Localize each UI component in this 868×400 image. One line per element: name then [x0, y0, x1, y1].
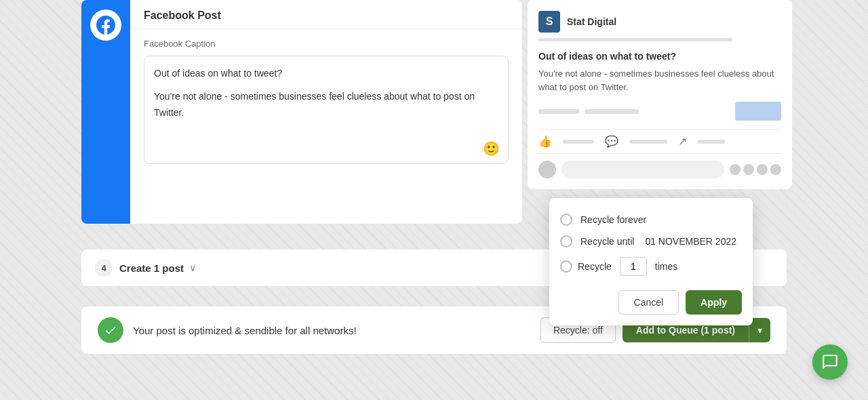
recycle-dropdown: Recycle forever Recycle until 01 NOVEMBE… — [549, 198, 753, 325]
like-bar — [563, 140, 594, 144]
comment-icon-2 — [743, 164, 754, 175]
step4-title: Create 1 post — [119, 262, 184, 274]
main-container: Facebook Post Facebook Caption Out of id… — [0, 0, 868, 400]
comment-icon: 💬 — [605, 135, 618, 148]
preview-logo: S — [538, 11, 560, 33]
recycle-actions: Cancel Apply — [560, 290, 742, 315]
skeleton-line-1 — [538, 109, 579, 114]
step4-chevron[interactable]: ∨ — [189, 262, 196, 273]
share-bar — [698, 140, 725, 144]
check-icon — [104, 323, 117, 337]
chat-button[interactable] — [812, 344, 848, 380]
success-icon-circle — [98, 317, 123, 343]
comment-icon-3 — [757, 164, 768, 175]
success-message: Your post is optimized & sendible for al… — [133, 325, 357, 336]
preview-blue-rect — [735, 102, 781, 121]
recycle-forever-label: Recycle forever — [580, 214, 646, 225]
recycle-times-suffix: times — [655, 261, 677, 272]
recycle-until-date: 01 NOVEMBER 2022 — [645, 236, 736, 247]
caption-line2: You're not alone - sometimes businesses … — [154, 89, 498, 121]
cancel-button[interactable]: Cancel — [618, 290, 679, 315]
facebook-blue-sidebar — [81, 0, 130, 224]
comment-bar — [629, 140, 667, 144]
preview-header: S Stat Digital — [538, 11, 781, 33]
recycle-until-label: Recycle until — [580, 236, 634, 247]
comment-input-placeholder — [561, 161, 724, 178]
preview-brand-bar — [538, 38, 732, 41]
facebook-post-header: Facebook Post — [130, 0, 522, 29]
recycle-times-label: Recycle — [578, 261, 612, 272]
step4-number: 4 — [95, 259, 113, 277]
preview-title: Out of ideas on what to tweet? — [538, 51, 781, 62]
recycle-option-times[interactable]: Recycle times — [560, 252, 742, 281]
radio-times[interactable] — [560, 260, 572, 273]
comment-avatar — [538, 161, 556, 178]
emoji-icon[interactable]: 🙂 — [483, 140, 500, 157]
share-icon: ↗ — [678, 135, 687, 148]
radio-forever[interactable] — [560, 214, 572, 226]
success-left: Your post is optimized & sendible for al… — [98, 317, 357, 343]
comment-icon-4 — [770, 164, 781, 175]
facebook-post-title: Facebook Post — [144, 9, 221, 21]
skeleton-line-2 — [585, 109, 639, 114]
radio-until[interactable] — [560, 235, 572, 247]
preview-brand-name: Stat Digital — [567, 16, 616, 27]
apply-button[interactable]: Apply — [686, 290, 742, 315]
facebook-post-card: Facebook Post Facebook Caption Out of id… — [130, 0, 522, 224]
caption-line1: Out of ideas on what to tweet? — [154, 66, 498, 82]
facebook-icon-circle — [90, 9, 121, 41]
preview-skeleton-row — [538, 102, 781, 121]
comment-action-icons — [730, 164, 781, 175]
facebook-content-area: Facebook Caption Out of ideas on what to… — [130, 29, 522, 174]
preview-body: You're not alone - sometimes businesses … — [538, 67, 781, 94]
caption-label: Facebook Caption — [144, 39, 509, 49]
like-icon: 👍 — [538, 135, 552, 148]
preview-actions-row: 👍 💬 ↗ — [538, 129, 781, 154]
facebook-logo-icon — [96, 16, 115, 35]
comment-icon-1 — [730, 164, 741, 175]
recycle-option-until[interactable]: Recycle until 01 NOVEMBER 2022 — [560, 231, 742, 252]
recycle-option-forever[interactable]: Recycle forever — [560, 209, 742, 231]
caption-textbox[interactable]: Out of ideas on what to tweet? You're no… — [144, 56, 509, 164]
preview-panel: S Stat Digital Out of ideas on what to t… — [528, 0, 792, 189]
preview-comment-row — [538, 161, 781, 178]
chat-icon — [821, 353, 839, 371]
recycle-times-input[interactable] — [620, 257, 647, 276]
